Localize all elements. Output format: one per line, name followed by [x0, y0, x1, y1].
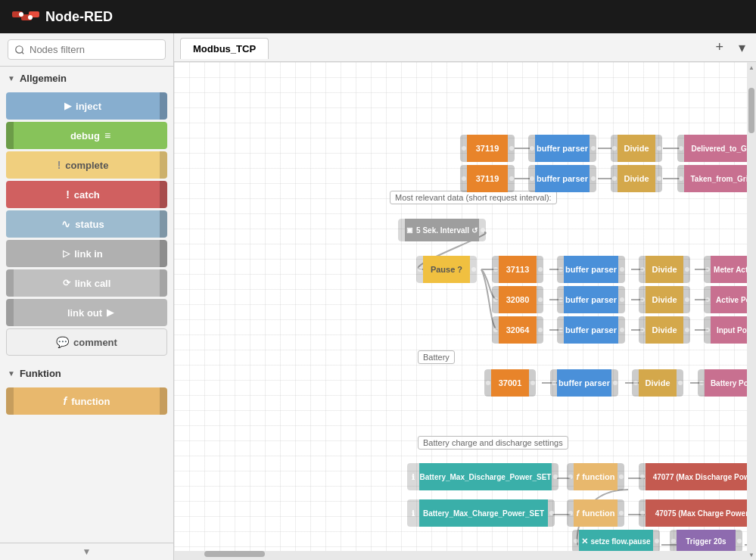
flow-node-divide-2[interactable]: Divide — [611, 165, 662, 192]
flow-node-buffer-parser-3[interactable]: buffer parser — [557, 256, 625, 283]
inject-right-port — [160, 92, 167, 120]
sidebar-item-inject[interactable]: ▶ inject — [6, 92, 167, 120]
app-title: Node-RED — [45, 9, 113, 25]
debug-label: debug — [70, 130, 100, 142]
link-out-label: link out — [67, 307, 102, 319]
flow-node-divide-4[interactable]: Divide — [639, 286, 690, 313]
flow-node-37113[interactable]: 37113 active — [492, 256, 543, 283]
sidebar-scroll-down[interactable]: ▼ — [0, 543, 173, 560]
flow-node-delivered-to-grid[interactable]: Delivered_to_Grid ℹ connected — [677, 135, 756, 162]
sidebar-item-link-out[interactable]: link out ▶ — [6, 299, 167, 326]
flow-node-divide-1[interactable]: Divide — [611, 135, 662, 162]
flow-node-37119-1[interactable]: 37119 active — [460, 135, 515, 162]
canvas-area: Modbus_TCP + ▾ — [174, 33, 756, 560]
svg-point-4 — [28, 15, 33, 20]
flow-node-buffer-parser-1[interactable]: buffer parser — [528, 135, 596, 162]
catch-icon: ! — [66, 188, 70, 201]
flow-node-37001[interactable]: 37001 active — [484, 369, 536, 397]
link-out-icon: ▶ — [107, 307, 114, 318]
flow-node-buffer-parser-6[interactable]: buffer parser — [550, 369, 618, 397]
canvas-label-battery-settings: Battery charge and discharge settings — [418, 436, 568, 450]
flow-node-divide-6[interactable]: Divide — [632, 369, 683, 397]
catch-label: catch — [74, 189, 100, 201]
canvas-scroll-bottom[interactable] — [174, 551, 747, 560]
sidebar-section-funktion[interactable]: ▼ Funktion — [0, 362, 173, 385]
scroll-up-arrow[interactable]: ▲ — [747, 62, 756, 73]
flow-node-5sek-intervall[interactable]: ▣5 Sek. Intervall ↺ — [398, 219, 486, 241]
debug-icon: ≡ — [104, 129, 110, 142]
sidebar-item-link-in[interactable]: ▷ link in — [6, 240, 167, 267]
sidebar-item-status[interactable]: ∿ status — [6, 210, 167, 238]
debug-left-port — [6, 122, 14, 149]
flow-node-37119-2[interactable]: 37119 active — [460, 165, 515, 192]
section-allgemein-label: Allgemein — [20, 73, 67, 84]
sidebar-item-catch[interactable]: ! catch — [6, 181, 167, 208]
logo-container: Node-RED — [12, 8, 113, 25]
canvas-tab-actions: + ▾ — [711, 38, 750, 58]
link-in-label: link in — [74, 248, 103, 260]
flow-node-47075[interactable]: 47075 (Max Charge Power) active — [639, 499, 756, 527]
flow-node-function-discharge[interactable]: f function — [567, 463, 624, 490]
flow-node-47077[interactable]: 47077 (Max Discharge Power) active — [639, 463, 756, 490]
link-out-left-port — [6, 299, 14, 326]
complete-label: complete — [65, 160, 108, 171]
canvas-label-battery: Battery — [418, 350, 455, 364]
inject-label: inject — [76, 101, 101, 112]
flow-node-battery-charge-set[interactable]: ℹ Battery_Max_Charge_Power_SET connected — [407, 499, 555, 527]
canvas-scroll-right[interactable]: ▲ ▼ — [747, 62, 756, 560]
chevron-down-icon: ▼ — [8, 74, 15, 82]
link-call-icon: ⟳ — [63, 278, 70, 288]
flow-node-trigger-20s[interactable]: Trigger 20s — [670, 530, 742, 552]
canvas-label-relevant: Most relevant data (short request interv… — [390, 191, 557, 204]
sidebar-item-complete[interactable]: ! complete — [6, 151, 167, 179]
main-layout: ▼ Allgemein ▶ inject debug ≡ — [0, 33, 756, 560]
scroll-thumb-vertical[interactable] — [748, 88, 754, 133]
sidebar-section-allgemein[interactable]: ▼ Allgemein — [0, 67, 173, 90]
sidebar-item-comment[interactable]: 💬 comment — [6, 328, 167, 356]
flow-node-divide-3[interactable]: Divide — [639, 256, 690, 283]
status-label: status — [75, 219, 104, 230]
sidebar-search-container — [0, 33, 173, 67]
complete-icon: ! — [58, 159, 61, 171]
flow-node-taken-from-grid[interactable]: Taken_from_Grid ℹ connected — [677, 165, 756, 192]
flow-node-32064[interactable]: 32064 active — [492, 316, 543, 344]
flow-node-battery-discharge-set[interactable]: ℹ Battery_Max_Discharge_Power_SET connec… — [407, 463, 558, 490]
flow-node-buffer-parser-4[interactable]: buffer parser — [557, 286, 625, 313]
function-right-port — [160, 387, 167, 415]
function-left-port — [6, 387, 14, 415]
svg-point-3 — [19, 12, 23, 17]
flow-node-pause[interactable]: Pause ? — [416, 256, 477, 283]
link-call-left-port — [6, 269, 14, 297]
sidebar-item-link-call[interactable]: ⟳ link call — [6, 269, 167, 297]
tab-modbus-tcp[interactable]: Modbus_TCP — [180, 38, 269, 59]
link-in-icon: ▷ — [63, 248, 70, 259]
scroll-thumb-horizontal[interactable] — [204, 551, 265, 557]
inject-icon: ▶ — [64, 101, 71, 111]
complete-right-port — [160, 151, 167, 179]
status-icon: ∿ — [61, 218, 70, 230]
sidebar-item-debug[interactable]: debug ≡ — [6, 122, 167, 149]
canvas-tabs-bar: Modbus_TCP + ▾ — [174, 33, 756, 62]
flow-canvas[interactable]: Most relevant data (short request interv… — [174, 62, 756, 560]
tab-menu-button[interactable]: ▾ — [734, 38, 750, 58]
comment-label: comment — [73, 337, 117, 348]
function-icon: f — [64, 395, 67, 407]
comment-icon: 💬 — [56, 336, 69, 348]
add-tab-button[interactable]: + — [711, 38, 728, 57]
chevron-down-scroll-icon: ▼ — [82, 546, 92, 557]
sidebar-item-function[interactable]: f function — [6, 387, 167, 415]
sidebar-content: ▼ Allgemein ▶ inject debug ≡ — [0, 67, 173, 543]
status-right-port — [160, 210, 167, 238]
app-header: Node-RED — [0, 0, 756, 33]
flow-node-32080[interactable]: 32080 active — [492, 286, 543, 313]
scroll-down-arrow[interactable]: ▼ — [747, 549, 756, 560]
flow-node-buffer-parser-5[interactable]: buffer parser — [557, 316, 625, 344]
search-input[interactable] — [8, 39, 166, 60]
flow-node-function-charge[interactable]: f function — [567, 499, 624, 527]
flow-node-buffer-parser-2[interactable]: buffer parser — [528, 165, 596, 192]
flow-node-setze-flow-pause-1[interactable]: ✕ setze flow.pause — [572, 530, 660, 552]
node-red-logo-icon — [12, 8, 39, 25]
catch-right-port — [160, 181, 167, 208]
flow-node-divide-5[interactable]: Divide — [639, 316, 690, 344]
function-label: function — [71, 396, 110, 407]
